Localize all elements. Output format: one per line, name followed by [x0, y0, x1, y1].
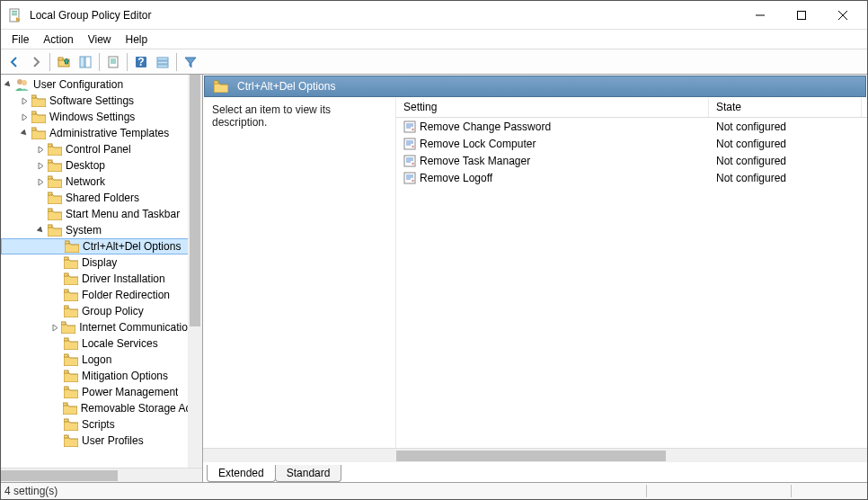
menu-file[interactable]: File [4, 31, 36, 48]
column-header-state[interactable]: State [709, 98, 862, 117]
expand-icon[interactable] [51, 322, 59, 333]
properties-button[interactable] [103, 52, 123, 72]
svg-rect-35 [64, 290, 68, 292]
collapse-icon[interactable] [3, 79, 13, 90]
folder-icon [64, 353, 78, 366]
tree-node-driver-installation[interactable]: Driver Installation [1, 271, 202, 287]
tree-node-power-management[interactable]: Power Management [1, 384, 202, 400]
list-rows: Remove Change PasswordNot configuredRemo… [396, 118, 867, 448]
folder-icon [64, 256, 78, 269]
expand-icon[interactable] [35, 176, 46, 187]
tree-node-scripts[interactable]: Scripts [1, 416, 202, 433]
column-header-setting[interactable]: Setting [396, 98, 709, 117]
svg-rect-45 [214, 81, 218, 84]
close-button[interactable] [822, 2, 864, 29]
expand-icon[interactable] [35, 144, 46, 155]
toolbar-separator [49, 53, 50, 71]
list-item[interactable]: Remove LogoffNot configured [396, 169, 867, 186]
toolbar-separator [176, 53, 177, 71]
toolbar-separator [127, 53, 128, 71]
folder-icon [64, 337, 78, 350]
folder-icon [48, 192, 62, 204]
tree-node-software-settings[interactable]: Software Settings [1, 93, 202, 109]
tree-label: Group Policy [82, 305, 144, 317]
tree-node-display[interactable]: Display [1, 254, 202, 271]
collapse-icon[interactable] [19, 128, 30, 138]
show-hide-tree-button[interactable] [75, 52, 95, 72]
tree-node-logon[interactable]: Logon [1, 352, 202, 368]
svg-rect-32 [65, 241, 69, 244]
minimize-button[interactable] [740, 2, 781, 29]
tree-node-user-configuration[interactable]: User Configuration [1, 76, 202, 93]
status-count: 4 setting(s) [4, 485, 58, 497]
svg-rect-37 [61, 322, 66, 325]
list-item[interactable]: Remove Lock ComputerNot configured [396, 135, 867, 152]
svg-rect-33 [64, 257, 68, 260]
expand-icon[interactable] [35, 160, 46, 171]
folder-icon [64, 418, 78, 431]
tree-node-locale-services[interactable]: Locale Services [1, 335, 202, 352]
tree-node-windows-settings[interactable]: Windows Settings [1, 109, 202, 125]
menu-view[interactable]: View [81, 31, 119, 48]
tree-node-shared-folders[interactable]: Shared Folders [1, 190, 202, 206]
description-text: Select an item to view its description. [212, 103, 331, 129]
menu-help[interactable]: Help [119, 31, 155, 48]
all-settings-button[interactable] [153, 52, 173, 72]
tree-label: Windows Settings [49, 111, 135, 123]
tree-label: Locale Services [82, 337, 158, 350]
details-header: Ctrl+Alt+Del Options [204, 76, 866, 97]
folder-icon [64, 272, 78, 285]
tree-node-mitigation-options[interactable]: Mitigation Options [1, 368, 202, 384]
expand-icon[interactable] [19, 112, 30, 122]
svg-point-55 [412, 145, 413, 147]
tab-extended[interactable]: Extended [207, 465, 276, 482]
tree-node-desktop[interactable]: Desktop [1, 157, 202, 174]
menu-action[interactable]: Action [36, 31, 80, 48]
list-item[interactable]: Remove Task ManagerNot configured [396, 152, 867, 169]
navigation-tree[interactable]: User Configuration Software Settings Win… [1, 75, 202, 451]
tree-node-network[interactable]: Network [1, 174, 202, 190]
tree-label: Shared Folders [66, 192, 139, 204]
tree-node-internet-communication[interactable]: Internet Communication Settings [1, 319, 202, 335]
expand-icon[interactable] [19, 95, 30, 106]
tree-node-control-panel[interactable]: Control Panel [1, 141, 202, 157]
user-config-icon [15, 78, 30, 91]
help-button[interactable]: ? [131, 52, 151, 72]
tree-node-system[interactable]: System [1, 222, 202, 238]
up-button[interactable] [54, 52, 74, 72]
tree-node-folder-redirection[interactable]: Folder Redirection [1, 287, 202, 303]
tree-label: User Profiles [82, 434, 144, 447]
tree-node-ctrl-alt-del[interactable]: Ctrl+Alt+Del Options [1, 238, 202, 254]
folder-icon [64, 289, 78, 301]
tree-horizontal-scrollbar[interactable] [1, 468, 202, 482]
details-panel: Ctrl+Alt+Del Options Select an item to v… [203, 75, 867, 482]
tree-node-administrative-templates[interactable]: Administrative Templates [1, 125, 202, 141]
collapse-icon[interactable] [35, 225, 46, 236]
back-button[interactable] [4, 52, 24, 72]
tree-node-start-menu[interactable]: Start Menu and Taskbar [1, 206, 202, 222]
svg-rect-61 [404, 173, 415, 183]
tree-vertical-scrollbar[interactable] [188, 75, 202, 468]
svg-rect-23 [31, 95, 36, 98]
setting-name: Remove Logoff [420, 172, 492, 184]
folder-icon [31, 111, 46, 123]
tree-node-group-policy[interactable]: Group Policy [1, 303, 202, 319]
tree-label: Mitigation Options [82, 370, 168, 382]
svg-rect-5 [798, 11, 806, 19]
svg-point-21 [17, 79, 22, 85]
folder-icon [48, 208, 62, 220]
tree-label: Ctrl+Alt+Del Options [83, 240, 181, 253]
tree-node-user-profiles[interactable]: User Profiles [1, 433, 202, 449]
svg-rect-36 [64, 306, 68, 308]
tree-node-removable-storage[interactable]: Removable Storage Access [1, 400, 202, 416]
list-horizontal-scrollbar[interactable] [203, 448, 867, 462]
list-item[interactable]: Remove Change PasswordNot configured [396, 118, 867, 135]
filter-button[interactable] [181, 52, 200, 72]
folder-icon [65, 240, 79, 253]
tab-standard[interactable]: Standard [275, 465, 342, 482]
svg-rect-40 [64, 371, 68, 373]
maximize-button[interactable] [781, 2, 822, 29]
folder-icon [48, 175, 62, 188]
app-icon [8, 8, 22, 22]
forward-button[interactable] [26, 52, 46, 72]
